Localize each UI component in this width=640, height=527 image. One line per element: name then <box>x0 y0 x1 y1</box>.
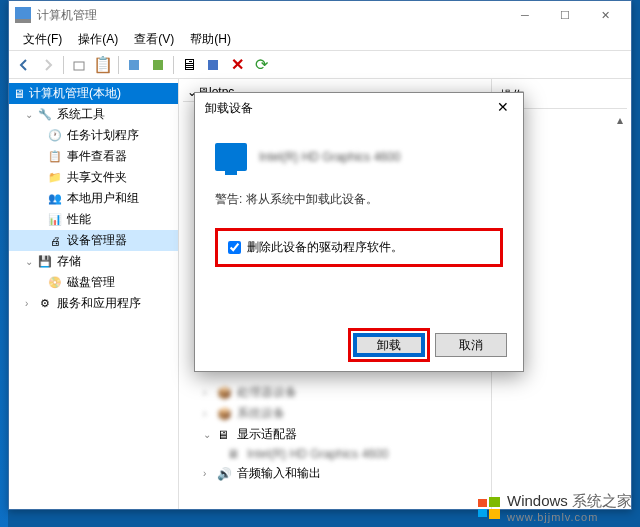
tb-delete-button[interactable]: ✕ <box>226 54 248 76</box>
tree-label: 设备管理器 <box>67 232 127 249</box>
toolbar: 📋 🖥 ✕ ⟳ <box>9 51 631 79</box>
tree-label: 共享文件夹 <box>67 169 127 186</box>
tree-panel: 🖥 计算机管理(本地) ⌄ 🔧 系统工具 🕐 任务计划程序 📋 事件查看器 📁 … <box>9 79 179 509</box>
svg-rect-6 <box>478 499 487 507</box>
tree-label: 服务和应用程序 <box>57 295 141 312</box>
app-icon <box>15 7 31 23</box>
tree-group-services[interactable]: › ⚙ 服务和应用程序 <box>9 293 178 314</box>
tree-item-task-scheduler[interactable]: 🕐 任务计划程序 <box>9 125 178 146</box>
dialog-warning: 警告: 将从系统中卸载此设备。 <box>215 191 503 208</box>
tree-item-device-manager[interactable]: 🖨 设备管理器 <box>9 230 178 251</box>
tree-root[interactable]: 🖥 计算机管理(本地) <box>9 83 178 104</box>
device-icon: 🖨 <box>47 233 63 249</box>
tb-refresh-button[interactable]: ⟳ <box>250 54 272 76</box>
svg-rect-1 <box>15 19 31 23</box>
tree-label: 本地用户和组 <box>67 190 139 207</box>
device-display-adapters[interactable]: ⌄🖥显示适配器 <box>183 424 487 445</box>
svg-rect-2 <box>74 62 84 70</box>
titlebar: 计算机管理 ─ ☐ ✕ <box>9 1 631 29</box>
menu-action[interactable]: 操作(A) <box>70 29 126 50</box>
maximize-button[interactable]: ☐ <box>545 3 585 27</box>
up-button[interactable] <box>68 54 90 76</box>
tree-label: 事件查看器 <box>67 148 127 165</box>
tree-group-system-tools[interactable]: ⌄ 🔧 系统工具 <box>9 104 178 125</box>
tree-label: 性能 <box>67 211 91 228</box>
tree-root-label: 计算机管理(本地) <box>29 85 121 102</box>
tb-icon-3[interactable] <box>147 54 169 76</box>
forward-button[interactable] <box>37 54 59 76</box>
device-category[interactable]: ›📦系统设备 <box>183 403 487 424</box>
watermark: Windows 系统之家 www.bjjmlv.com <box>477 492 632 523</box>
expand-icon: ⌄ <box>25 256 37 267</box>
users-icon: 👥 <box>47 191 63 207</box>
svg-rect-9 <box>489 509 500 519</box>
expand-icon: › <box>25 298 37 309</box>
dialog-title: 卸载设备 ✕ <box>195 93 523 123</box>
svg-rect-7 <box>489 497 500 507</box>
tree-group-storage[interactable]: ⌄ 💾 存储 <box>9 251 178 272</box>
perf-icon: 📊 <box>47 212 63 228</box>
menu-view[interactable]: 查看(V) <box>126 29 182 50</box>
uninstall-dialog: 卸载设备 ✕ Intel(R) HD Graphics 4600 警告: 将从系… <box>194 92 524 372</box>
svg-rect-3 <box>129 60 139 70</box>
svg-rect-0 <box>15 7 31 19</box>
device-graphics[interactable]: 🖥Intel(R) HD Graphics 4600 <box>183 445 487 463</box>
windows-logo-icon <box>477 496 501 520</box>
delete-driver-checkbox[interactable] <box>228 241 241 254</box>
event-icon: 📋 <box>47 149 63 165</box>
wrench-icon: 🔧 <box>37 107 53 123</box>
svg-rect-4 <box>153 60 163 70</box>
device-audio[interactable]: ›🔊音频输入和输出 <box>183 463 487 484</box>
disk-icon: 📀 <box>47 275 63 291</box>
tree-label: 磁盘管理 <box>67 274 115 291</box>
tree-item-performance[interactable]: 📊 性能 <box>9 209 178 230</box>
expand-icon: ⌄ <box>25 109 37 120</box>
tb-icon-1[interactable]: 📋 <box>92 54 114 76</box>
tree-item-event-viewer[interactable]: 📋 事件查看器 <box>9 146 178 167</box>
dialog-checkbox-row: 删除此设备的驱动程序软件。 <box>215 228 503 267</box>
minimize-button[interactable]: ─ <box>505 3 545 27</box>
window-title: 计算机管理 <box>37 7 505 24</box>
computer-icon: 🖥 <box>13 87 25 101</box>
storage-icon: 💾 <box>37 254 53 270</box>
menubar: 文件(F) 操作(A) 查看(V) 帮助(H) <box>9 29 631 51</box>
tree-item-shared-folders[interactable]: 📁 共享文件夹 <box>9 167 178 188</box>
tree-label: 系统工具 <box>57 106 105 123</box>
svg-rect-8 <box>478 509 487 517</box>
dialog-device-name: Intel(R) HD Graphics 4600 <box>259 150 400 164</box>
tree-item-disk-mgmt[interactable]: 📀 磁盘管理 <box>9 272 178 293</box>
menu-help[interactable]: 帮助(H) <box>182 29 239 50</box>
dialog-close-button[interactable]: ✕ <box>489 97 517 117</box>
monitor-icon <box>215 143 247 171</box>
dialog-device-row: Intel(R) HD Graphics 4600 <box>215 143 503 171</box>
clock-icon: 🕐 <box>47 128 63 144</box>
tree-label: 存储 <box>57 253 81 270</box>
scroll-indicator: ▴ <box>617 113 623 127</box>
svg-rect-5 <box>208 60 218 70</box>
tb-icon-2[interactable] <box>123 54 145 76</box>
device-category[interactable]: ›📦处理器设备 <box>183 382 487 403</box>
checkbox-label: 删除此设备的驱动程序软件。 <box>247 239 403 256</box>
tree-label: 任务计划程序 <box>67 127 139 144</box>
tree-item-local-users[interactable]: 👥 本地用户和组 <box>9 188 178 209</box>
uninstall-button[interactable]: 卸载 <box>353 333 425 357</box>
folder-icon: 📁 <box>47 170 63 186</box>
back-button[interactable] <box>13 54 35 76</box>
services-icon: ⚙ <box>37 296 53 312</box>
cancel-button[interactable]: 取消 <box>435 333 507 357</box>
tb-icon-4[interactable]: 🖥 <box>178 54 200 76</box>
menu-file[interactable]: 文件(F) <box>15 29 70 50</box>
close-button[interactable]: ✕ <box>585 3 625 27</box>
tb-icon-5[interactable] <box>202 54 224 76</box>
